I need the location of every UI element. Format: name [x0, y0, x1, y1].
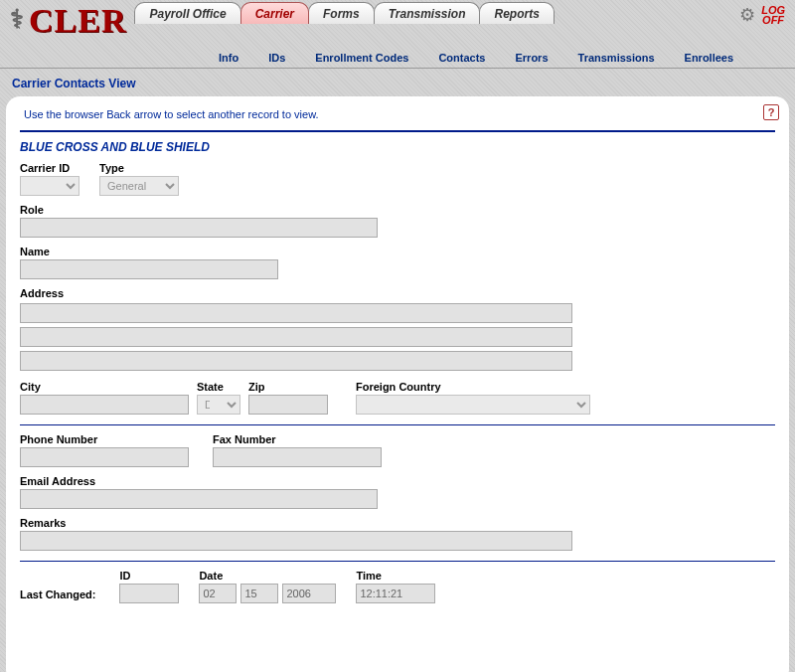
label-remarks: Remarks — [20, 517, 572, 529]
label-lc-time: Time — [356, 570, 435, 582]
label-foreign-country: Foreign Country — [356, 381, 590, 393]
app-logo: ⚕ CLER — [0, 0, 134, 40]
gear-icon[interactable]: ⚙ — [739, 4, 755, 26]
city-input[interactable] — [20, 395, 189, 415]
foreign-country-select[interactable] — [356, 395, 590, 415]
tab-transmission[interactable]: Transmission — [374, 2, 481, 24]
subtab-enrollees[interactable]: Enrollees — [685, 52, 734, 64]
label-city: City — [20, 381, 189, 393]
divider-mid2 — [20, 561, 775, 562]
divider-top — [20, 130, 775, 132]
type-select[interactable]: General — [99, 176, 179, 196]
label-phone: Phone Number — [20, 433, 189, 445]
date-mm-input[interactable] — [199, 584, 237, 603]
tab-carrier[interactable]: Carrier — [240, 2, 309, 24]
subtab-errors[interactable]: Errors — [515, 52, 548, 64]
caduceus-icon: ⚕ — [10, 4, 25, 35]
phone-input[interactable] — [20, 447, 189, 467]
carrier-id-select[interactable] — [20, 176, 80, 196]
divider-mid1 — [20, 424, 775, 425]
fax-input[interactable] — [213, 447, 382, 467]
last-changed-id-input[interactable] — [119, 584, 179, 603]
instruction-text: Use the browser Back arrow to select ano… — [20, 102, 775, 128]
sub-tabs: Info IDs Enrollment Codes Contacts Error… — [0, 48, 795, 69]
date-yyyy-input[interactable] — [282, 584, 336, 603]
logo-text: CLER — [29, 2, 126, 40]
label-fax: Fax Number — [213, 433, 382, 445]
name-input[interactable] — [20, 259, 278, 279]
subtab-contacts[interactable]: Contacts — [438, 52, 485, 64]
tab-reports[interactable]: Reports — [479, 2, 554, 24]
label-role: Role — [20, 204, 378, 216]
subtab-enrollment-codes[interactable]: Enrollment Codes — [315, 52, 408, 64]
address-line3-input[interactable] — [20, 351, 572, 371]
subtab-info[interactable]: Info — [219, 52, 238, 64]
subtab-ids[interactable]: IDs — [268, 52, 285, 64]
label-address: Address — [20, 287, 572, 299]
zip-input[interactable] — [248, 395, 328, 415]
help-icon[interactable]: ? — [763, 104, 779, 120]
tab-payroll-office[interactable]: Payroll Office — [134, 2, 240, 24]
label-state: State — [197, 381, 240, 393]
logoff-text-2: OFF — [761, 15, 785, 25]
label-zip: Zip — [248, 381, 328, 393]
content-card: ? Use the browser Back arrow to select a… — [6, 96, 789, 672]
address-line1-input[interactable] — [20, 303, 572, 323]
label-carrier-id: Carrier ID — [20, 162, 80, 174]
tab-forms[interactable]: Forms — [308, 2, 375, 24]
app-root: ⚕ CLER Payroll Office Carrier Forms Tran… — [0, 0, 795, 672]
logoff-link[interactable]: LOG OFF — [761, 5, 785, 25]
main-tabs: Payroll Office Carrier Forms Transmissio… — [134, 2, 553, 24]
label-name: Name — [20, 246, 278, 257]
top-bar: ⚕ CLER Payroll Office Carrier Forms Tran… — [0, 0, 795, 48]
address-line2-input[interactable] — [20, 327, 572, 347]
state-select[interactable]: DC — [197, 395, 240, 415]
carrier-name-heading: BLUE CROSS AND BLUE SHIELD — [20, 138, 775, 162]
remarks-input[interactable] — [20, 531, 572, 551]
label-last-changed: Last Changed: — [20, 588, 95, 603]
label-email: Email Address — [20, 475, 378, 487]
label-lc-date: Date — [199, 570, 336, 582]
logoff-area: ⚙ LOG OFF — [739, 4, 795, 26]
label-type: Type — [99, 162, 179, 174]
page-title: Carrier Contacts View — [0, 69, 795, 96]
email-input[interactable] — [20, 489, 378, 509]
date-dd-input[interactable] — [240, 584, 278, 603]
time-input[interactable] — [356, 584, 435, 603]
role-input[interactable] — [20, 218, 378, 238]
subtab-transmissions[interactable]: Transmissions — [578, 52, 655, 64]
label-lc-id: ID — [119, 570, 179, 582]
